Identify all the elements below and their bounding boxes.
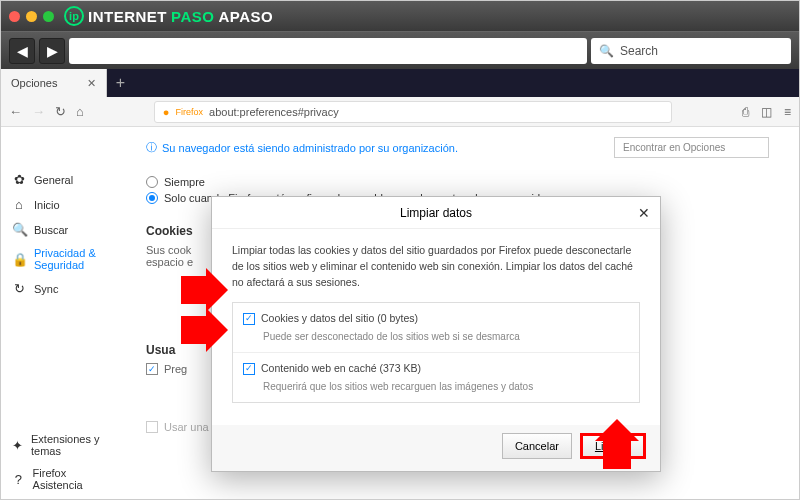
url-text: about:preferences#privacy [209,106,339,118]
brand-part3: APASO [218,8,273,25]
info-icon: ⓘ [146,140,157,155]
sidebar-item-inicio[interactable]: ⌂Inicio [6,192,111,217]
menu-icon[interactable]: ≡ [784,105,791,119]
new-tab-button[interactable]: + [107,70,133,96]
find-placeholder: Encontrar en Opciones [623,142,725,153]
sidebar-label: Privacidad & Seguridad [34,247,105,271]
dialog-options: ✓Cookies y datos del sitio (0 bytes) Pue… [232,302,640,403]
window-controls [9,11,54,22]
cancel-button[interactable]: Cancelar [502,433,572,459]
checkbox-checked-icon: ✓ [146,363,158,375]
sync-icon: ↻ [12,281,26,296]
reload-icon[interactable]: ↻ [55,104,66,119]
option-label: Cookies y datos del sitio (0 bytes) [261,311,418,327]
sidebar-item-extensiones[interactable]: ✦Extensiones y temas [6,428,116,462]
dialog-title: Limpiar datos [400,206,472,220]
minimize-window-icon[interactable] [26,11,37,22]
dialog-titlebar: Limpiar datos ✕ [212,197,660,229]
sidebar-item-general[interactable]: ✿General [6,167,111,192]
toolbar-right: ⎙ ◫ ≡ [742,105,791,119]
firefox-label: Firefox [176,107,204,117]
outer-search-input[interactable]: 🔍 Search [591,38,791,64]
sidebar-label: Extensiones y temas [31,433,110,457]
nav-controls: ← → ↻ ⌂ [9,104,84,119]
radio-icon [146,176,158,188]
close-tab-icon[interactable]: ✕ [87,77,96,90]
org-notice-text[interactable]: ⓘ Su navegador está siendo administrado … [146,140,458,155]
nav-back-button[interactable]: ◀ [9,38,35,64]
site-logo: ip INTERNET PASO APASO [64,6,273,26]
option-cache[interactable]: ✓Contenido web en caché (373 KB) Requeri… [233,353,639,402]
tab-label: Opciones [11,77,57,89]
close-window-icon[interactable] [9,11,20,22]
browser-tab-bar: Opciones ✕ + [1,69,799,97]
library-icon[interactable]: ⎙ [742,105,749,119]
outer-url-input[interactable] [69,38,587,64]
firefox-icon: ● [163,106,170,118]
puzzle-icon: ✦ [12,438,23,453]
window-titlebar: ip INTERNET PASO APASO [1,1,799,31]
radio-checked-icon [146,192,158,204]
option-cookies[interactable]: ✓Cookies y datos del sitio (0 bytes) Pue… [233,303,639,353]
close-dialog-icon[interactable]: ✕ [638,205,650,221]
dialog-footer: Cancelar Limpiar [212,425,660,471]
option-label: Contenido web en caché (373 KB) [261,361,421,377]
sidebar-label: Sync [34,283,58,295]
lock-icon: 🔒 [12,252,26,267]
sidebar-label: Buscar [34,224,68,236]
checkbox-checked-icon: ✓ [243,363,255,375]
nav-toolbar: ◀ ▶ 🔍 Search [1,31,799,69]
dialog-body: Limpiar todas las cookies y datos del si… [212,229,660,425]
search-icon: 🔍 [12,222,26,237]
checkbox-checked-icon: ✓ [243,313,255,325]
radio-label: Siempre [164,176,205,188]
sidebar-item-sync[interactable]: ↻Sync [6,276,111,301]
org-notice-row: ⓘ Su navegador está siendo administrado … [146,137,769,158]
home-icon: ⌂ [12,197,26,212]
sidebar-label: Inicio [34,199,60,211]
browser-url-bar: ← → ↻ ⌂ ● Firefox about:preferences#priv… [1,97,799,127]
search-placeholder: Search [620,44,658,58]
search-icon: 🔍 [599,44,614,58]
sidebar-label: Firefox Asistencia [33,467,110,491]
checkbox-icon [146,421,158,433]
home-icon[interactable]: ⌂ [76,104,84,119]
brand-part2: PASO [171,8,214,25]
sidebar-icon[interactable]: ◫ [761,105,772,119]
help-icon: ? [12,472,25,487]
preferences-sidebar: ✿General ⌂Inicio 🔍Buscar 🔒Privacidad & S… [1,127,116,500]
sidebar-item-privacidad[interactable]: 🔒Privacidad & Seguridad [6,242,111,276]
address-input[interactable]: ● Firefox about:preferences#privacy [154,101,672,123]
option-sublabel: Puede ser desconectado de los sitios web… [263,329,629,344]
logo-badge-icon: ip [64,6,84,26]
maximize-window-icon[interactable] [43,11,54,22]
sidebar-item-asistencia[interactable]: ?Firefox Asistencia [6,462,116,496]
checkbox-label: Preg [164,363,187,375]
find-in-options-input[interactable]: Encontrar en Opciones [614,137,769,158]
org-notice-label: Su navegador está siendo administrado po… [162,142,458,154]
tracking-option-siempre[interactable]: Siempre [146,176,769,188]
nav-forward-button[interactable]: ▶ [39,38,65,64]
option-sublabel: Requerirá que los sitios web recarguen l… [263,379,629,394]
sidebar-item-buscar[interactable]: 🔍Buscar [6,217,111,242]
brand-part1: INTERNET [88,8,167,25]
forward-icon[interactable]: → [32,104,45,119]
back-icon[interactable]: ← [9,104,22,119]
gear-icon: ✿ [12,172,26,187]
dialog-description: Limpiar todas las cookies y datos del si… [232,243,640,290]
clear-data-dialog: Limpiar datos ✕ Limpiar todas las cookie… [211,196,661,472]
tab-opciones[interactable]: Opciones ✕ [1,69,107,97]
sidebar-label: General [34,174,73,186]
